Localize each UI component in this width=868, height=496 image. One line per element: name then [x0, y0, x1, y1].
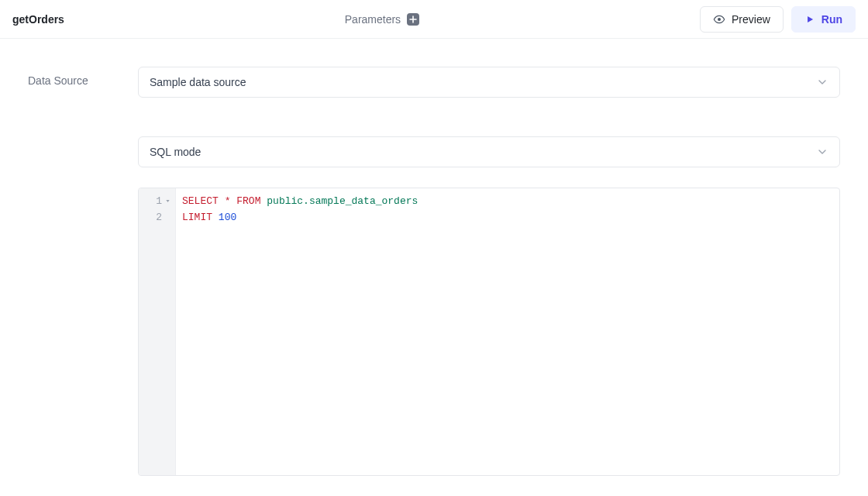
data-source-label: Data Source [28, 67, 122, 87]
query-mode-select[interactable]: SQL mode [138, 136, 840, 167]
line-number: 1 [156, 193, 162, 209]
parameters-label: Parameters [345, 13, 401, 26]
run-button[interactable]: Run [791, 6, 856, 33]
query-title[interactable]: getOrders [12, 13, 64, 26]
preview-button-label: Preview [732, 13, 770, 26]
plus-icon [407, 13, 419, 26]
run-button-label: Run [822, 13, 842, 26]
parameters-group[interactable]: Parameters [64, 13, 700, 26]
fold-icon [164, 198, 170, 204]
data-source-select[interactable]: Sample data source [138, 67, 840, 98]
play-icon [804, 14, 815, 25]
svg-point-0 [718, 18, 721, 21]
eye-icon [713, 13, 725, 26]
preview-button[interactable]: Preview [700, 6, 784, 33]
line-number: 2 [156, 209, 162, 226]
data-source-value: Sample data source [150, 76, 246, 88]
chevron-down-icon [816, 146, 828, 158]
editor-code[interactable]: SELECT * FROM public.sample_data_orders … [176, 188, 839, 475]
editor-gutter: 1 2 [139, 188, 176, 475]
chevron-down-icon [816, 76, 828, 88]
query-mode-value: SQL mode [150, 146, 201, 158]
sql-editor[interactable]: 1 2 SELECT * FROM public.sample_data_ord… [138, 188, 840, 476]
